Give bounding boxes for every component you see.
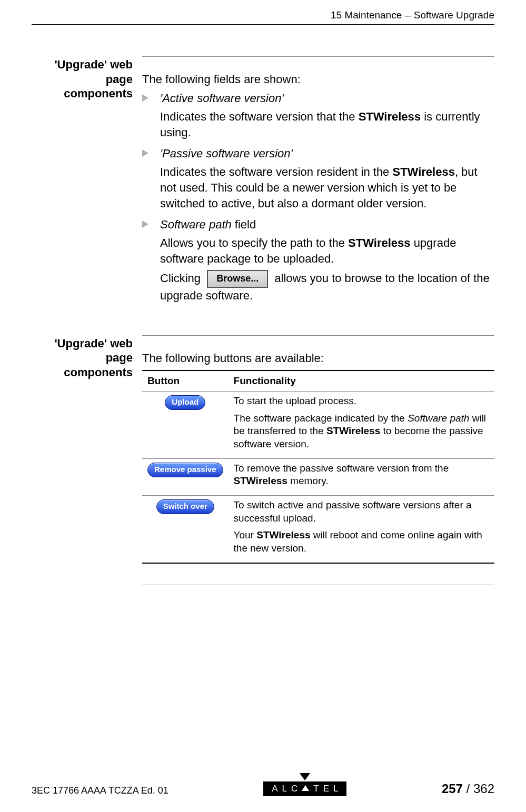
- field-title: 'Active software version': [160, 91, 494, 106]
- func-text: The software package indicated by the So…: [234, 412, 489, 451]
- section-fields: 'Upgrade' web page components The follow…: [32, 56, 494, 309]
- triangle-bullet-icon: [142, 220, 148, 228]
- section-fields-label: 'Upgrade' web page components: [32, 56, 142, 309]
- triangle-bullet-icon: [142, 94, 148, 102]
- table-row: Switch over To switch active and passive…: [142, 496, 494, 563]
- section-buttons: 'Upgrade' web page components The follow…: [32, 335, 494, 600]
- header-section: Software Upgrade: [414, 9, 494, 21]
- section-buttons-label: 'Upgrade' web page components: [32, 335, 142, 600]
- field-browse-line: Clicking Browse... allows you to browse …: [160, 270, 494, 304]
- header-chapter: 15 Maintenance: [331, 9, 402, 21]
- label-line2: components: [32, 86, 133, 101]
- label-line1: 'Upgrade' web page: [32, 336, 133, 365]
- remove-passive-button[interactable]: Remove passive: [147, 463, 223, 477]
- col-button: Button: [142, 370, 229, 391]
- page-number: 257 / 362: [442, 781, 494, 796]
- triangle-bullet-icon: [142, 149, 148, 157]
- logo-triangle-up-icon: [302, 785, 309, 791]
- field-desc: Indicates the software version that the …: [160, 109, 494, 140]
- page-footer: 3EC 17766 AAAA TCZZA Ed. 01 ALCTEL 257 /…: [32, 773, 494, 796]
- browse-button[interactable]: Browse...: [207, 270, 268, 288]
- section-buttons-rule: [142, 335, 494, 336]
- field-item-active: 'Active software version' Indicates the …: [142, 91, 494, 141]
- doc-id: 3EC 17766 AAAA TCZZA Ed. 01: [32, 785, 168, 796]
- table-row: Remove passive To remove the passive sof…: [142, 458, 494, 495]
- field-desc: Allows you to specify the path to the ST…: [160, 235, 494, 266]
- func-text: To switch active and passive software ve…: [234, 499, 489, 525]
- header-sep: –: [405, 9, 411, 21]
- field-title: 'Passive software version': [160, 146, 494, 162]
- field-item-passive: 'Passive software version' Indicates the…: [142, 146, 494, 212]
- field-item-software-path: Software path field Allows you to specif…: [142, 217, 494, 304]
- label-line2: components: [32, 365, 133, 380]
- alcatel-logo: ALCTEL: [263, 773, 346, 796]
- page-header: 15 Maintenance – Software Upgrade: [32, 0, 494, 21]
- buttons-table: Button Functionality Upload To start the…: [142, 370, 494, 564]
- section-fields-rule: [142, 56, 494, 57]
- buttons-intro: The following buttons are available:: [142, 350, 494, 366]
- table-row: Upload To start the upload process. The …: [142, 391, 494, 458]
- func-text: To start the upload process.: [234, 395, 489, 408]
- label-line1: 'Upgrade' web page: [32, 57, 133, 86]
- func-text: Your STWireless will reboot and come onl…: [234, 529, 489, 555]
- field-title: Software path field: [160, 217, 494, 233]
- field-desc: Indicates the software version resident …: [160, 164, 494, 211]
- logo-triangle-down-icon: [300, 773, 310, 780]
- section-end-rule: [142, 585, 494, 585]
- fields-intro: The following fields are shown:: [142, 72, 494, 87]
- upload-button[interactable]: Upload: [165, 395, 205, 410]
- switch-over-button[interactable]: Switch over: [156, 499, 214, 514]
- col-functionality: Functionality: [229, 370, 494, 391]
- header-rule: [32, 24, 494, 25]
- func-text: To remove the passive software version f…: [234, 462, 489, 488]
